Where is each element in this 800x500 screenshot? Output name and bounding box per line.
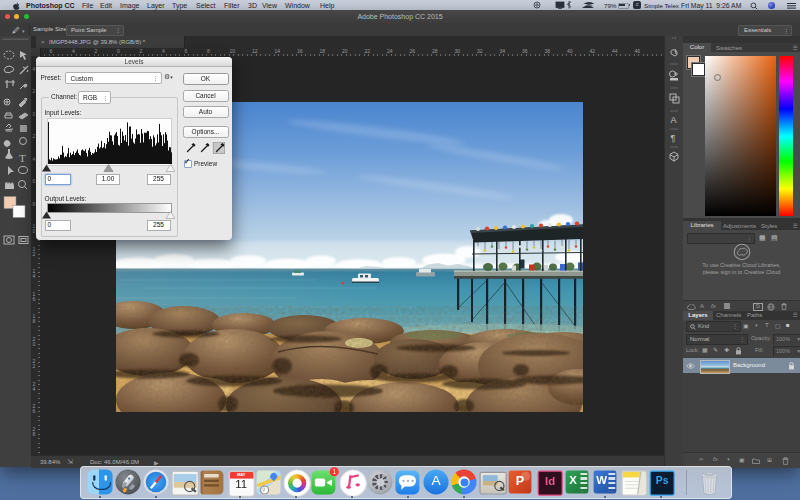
svg-text:¶: ¶ <box>671 133 676 143</box>
svg-text:T: T <box>19 152 26 164</box>
svg-text:A: A <box>671 115 677 125</box>
